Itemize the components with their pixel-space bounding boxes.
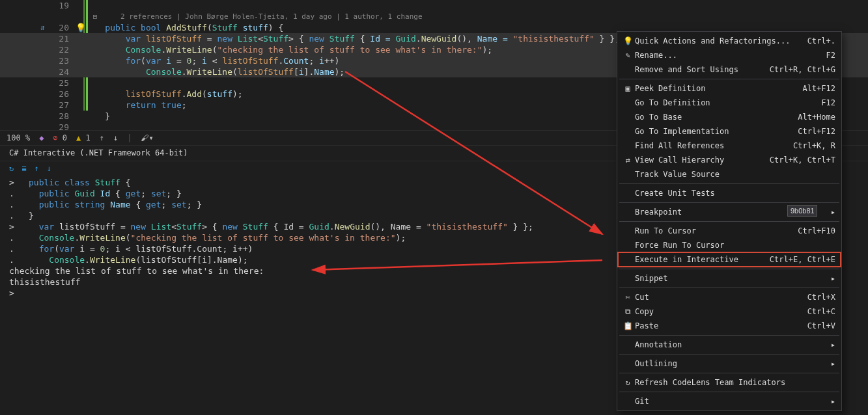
line-number: 20	[0, 22, 73, 33]
lightbulb-icon: 💡	[621, 36, 635, 46]
interactive-prompt[interactable]: >	[9, 288, 29, 299]
menu-annotation[interactable]: Annotation▸	[618, 338, 841, 352]
menu-breakpoint[interactable]: Breakpoint▸	[618, 205, 841, 219]
fold-toggle-icon[interactable]: ⊟	[91, 11, 99, 22]
menu-view-call-hierarchy[interactable]: ⇄View Call HierarchyCtrl+K, Ctrl+T	[618, 153, 841, 167]
paste-icon: 📋	[621, 321, 635, 330]
menu-run-to-cursor[interactable]: Run To CursorCtrl+F10	[618, 224, 841, 238]
menu-execute-in-interactive[interactable]: Execute in InteractiveCtrl+E, Ctrl+E	[618, 252, 841, 267]
chevron-right-icon: ▸	[826, 274, 835, 283]
chevron-right-icon: ▸	[826, 359, 835, 368]
menu-git[interactable]: Git▸	[618, 394, 841, 408]
copy-icon: ⧉	[621, 307, 635, 316]
menu-quick-actions[interactable]: 💡Quick Actions and Refactorings...Ctrl+.	[618, 34, 841, 48]
cut-icon: ✄	[621, 293, 635, 302]
menu-go-to-definition[interactable]: Go To DefinitionF12	[618, 96, 841, 110]
context-menu[interactable]: 💡Quick Actions and Refactorings...Ctrl+.…	[617, 31, 842, 411]
menu-paste[interactable]: 📋PasteCtrl+V	[618, 319, 841, 333]
line-number: 28	[0, 111, 73, 122]
refresh-icon: ↻	[621, 378, 635, 387]
menu-force-run-to-cursor[interactable]: Force Run To Cursor	[618, 238, 841, 252]
rename-icon: ✎	[621, 51, 635, 60]
menu-cut[interactable]: ✄CutCtrl+X	[618, 290, 841, 304]
reset-icon[interactable]: ↻	[9, 164, 14, 173]
next-issue-icon[interactable]: ↓	[113, 133, 118, 142]
line-number: 19	[0, 0, 73, 11]
menu-remove-sort-usings[interactable]: Remove and Sort UsingsCtrl+R, Ctrl+G	[618, 62, 841, 77]
menu-create-unit-tests[interactable]: Create Unit Tests	[618, 186, 841, 200]
brush-icon[interactable]: 🖌▾	[141, 133, 153, 142]
menu-rename[interactable]: ✎Rename...F2	[618, 48, 841, 62]
menu-go-to-base[interactable]: Go To BaseAlt+Home	[618, 110, 841, 124]
line-number: 24	[0, 66, 73, 77]
errors-count[interactable]: ⊘ 0	[53, 133, 67, 142]
clear-icon[interactable]: ≣	[21, 164, 26, 173]
history-up-icon[interactable]: ↑	[34, 164, 38, 173]
hierarchy-icon: ⇄	[621, 155, 635, 165]
menu-refresh-codelens[interactable]: ↻Refresh CodeLens Team Indicators	[618, 375, 841, 390]
menu-snippet[interactable]: Snippet▸	[618, 271, 841, 286]
health-icon[interactable]: ◆	[39, 133, 44, 142]
line-number: 26	[0, 88, 73, 100]
peek-icon: ▣	[621, 84, 635, 93]
chevron-right-icon: ▸	[826, 397, 835, 406]
chevron-right-icon: ▸	[826, 208, 835, 217]
line-number: 21	[0, 33, 73, 44]
menu-go-to-implementation[interactable]: Go To ImplementationCtrl+F12	[618, 124, 841, 139]
prev-issue-icon[interactable]: ↑	[100, 133, 104, 142]
menu-copy[interactable]: ⧉CopyCtrl+C	[618, 304, 841, 319]
menu-outlining[interactable]: Outlining▸	[618, 356, 841, 371]
line-number: 22	[0, 44, 73, 55]
history-down-icon[interactable]: ↓	[47, 164, 51, 173]
breakpoint-input[interactable]	[787, 205, 817, 217]
zoom-level[interactable]: 100 %	[7, 133, 30, 142]
menu-peek-definition[interactable]: ▣Peek DefinitionAlt+F12	[618, 81, 841, 96]
line-number: 25	[0, 77, 73, 88]
line-number: 27	[0, 100, 73, 111]
menu-find-all-references[interactable]: Find All ReferencesCtrl+K, R	[618, 139, 841, 153]
chevron-right-icon: ▸	[826, 340, 835, 349]
menu-track-value-source[interactable]: Track Value Source	[618, 167, 841, 181]
warnings-count[interactable]: ▲ 1	[76, 133, 91, 142]
codelens-info[interactable]: 2 references | John Børge Holen-Tjeita, …	[0, 11, 868, 22]
line-number: 23	[0, 55, 73, 66]
